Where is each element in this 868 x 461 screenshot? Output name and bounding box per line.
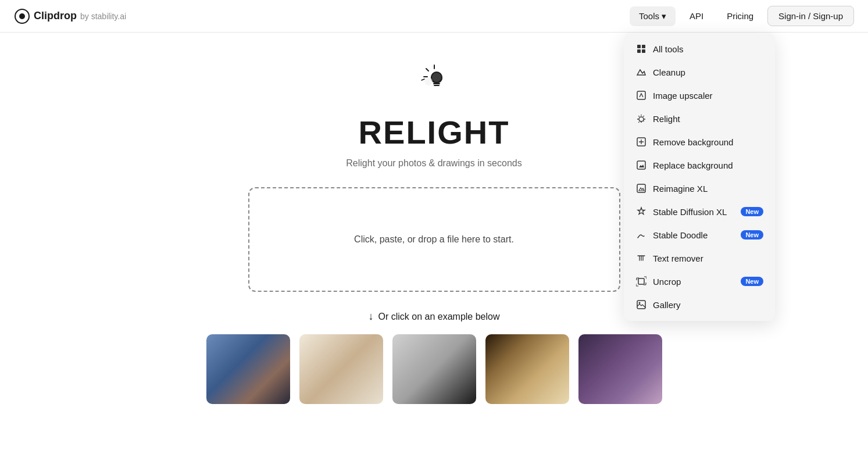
cleanup-icon xyxy=(635,66,647,78)
dropdown-item-gallery[interactable]: Gallery xyxy=(624,293,775,316)
image-upscaler-icon xyxy=(635,90,647,101)
dropdown-item-replace-background[interactable]: Replace background xyxy=(624,153,775,177)
gallery-label: Gallery xyxy=(653,300,763,310)
svg-point-1 xyxy=(19,13,25,19)
reimagine-xl-label: Reimagine XL xyxy=(653,184,763,194)
navbar: Clipdrop by stability.ai Tools ▾ API Pri… xyxy=(0,0,868,33)
reimagine-xl-icon xyxy=(635,183,647,194)
page-title: RELIGHT xyxy=(359,113,510,151)
relight-label: Relight xyxy=(653,114,763,124)
stable-doodle-badge: New xyxy=(741,230,763,240)
dropdown-item-reimagine-xl[interactable]: Reimagine XL xyxy=(624,177,775,200)
dropdown-item-stable-diffusion-xl[interactable]: Stable Diffusion XL New xyxy=(624,200,775,223)
dropdown-item-cleanup[interactable]: Cleanup xyxy=(624,60,775,84)
stable-diffusion-xl-label: Stable Diffusion XL xyxy=(653,207,735,217)
chevron-down-icon: ▾ xyxy=(662,11,666,22)
pricing-button[interactable]: Pricing xyxy=(717,6,763,26)
svg-point-7 xyxy=(639,117,644,121)
svg-rect-9 xyxy=(637,161,645,169)
pricing-label: Pricing xyxy=(727,11,753,21)
logo-sub: by stability.ai xyxy=(80,12,126,21)
api-button[interactable]: API xyxy=(680,6,713,26)
tools-dropdown: All tools Cleanup Image upscaler Relight… xyxy=(624,33,775,321)
hero-icon xyxy=(416,60,453,104)
replace-background-label: Replace background xyxy=(653,160,763,170)
example-thumb-3[interactable] xyxy=(392,334,476,404)
gallery-icon xyxy=(635,299,647,310)
uncrop-badge: New xyxy=(741,277,763,286)
svg-rect-3 xyxy=(642,45,645,48)
logo[interactable]: Clipdrop by stability.ai xyxy=(14,8,126,24)
remove-background-label: Remove background xyxy=(653,137,763,147)
uncrop-label: Uncrop xyxy=(653,277,735,287)
stable-diffusion-icon xyxy=(635,206,647,217)
dropdown-item-text-remover[interactable]: Text remover xyxy=(624,246,775,270)
api-label: API xyxy=(690,11,703,21)
cleanup-label: Cleanup xyxy=(653,67,763,77)
example-label: ↓ Or click on an example below xyxy=(369,310,500,323)
upload-prompt: Click, paste, or drop a file here to sta… xyxy=(354,234,514,245)
logo-icon xyxy=(14,8,30,24)
dropdown-item-uncrop[interactable]: Uncrop New xyxy=(624,270,775,293)
svg-rect-11 xyxy=(638,278,644,284)
text-remover-label: Text remover xyxy=(653,253,763,263)
remove-background-icon xyxy=(635,136,647,148)
dropdown-item-remove-background[interactable]: Remove background xyxy=(624,130,775,153)
svg-rect-2 xyxy=(637,45,641,48)
tools-button[interactable]: Tools ▾ xyxy=(630,6,676,26)
dropdown-item-relight[interactable]: Relight xyxy=(624,107,775,130)
dropdown-item-stable-doodle[interactable]: Stable Doodle New xyxy=(624,223,775,246)
example-thumb-2[interactable] xyxy=(299,334,383,404)
dropdown-item-all-tools[interactable]: All tools xyxy=(624,37,775,60)
nav-links: Tools ▾ API Pricing Sign-in / Sign-up xyxy=(630,6,854,26)
arrow-down-icon: ↓ xyxy=(369,310,374,323)
svg-point-13 xyxy=(639,302,641,304)
examples-row xyxy=(206,334,662,404)
dropdown-item-image-upscaler[interactable]: Image upscaler xyxy=(624,84,775,107)
example-thumb-5[interactable] xyxy=(578,334,662,404)
tools-label: Tools xyxy=(639,11,659,21)
relight-icon xyxy=(635,113,647,124)
page-subtitle: Relight your photos & drawings in second… xyxy=(346,158,521,169)
svg-rect-5 xyxy=(642,49,645,53)
svg-rect-12 xyxy=(637,301,645,309)
stable-doodle-icon xyxy=(635,229,647,241)
replace-background-icon xyxy=(635,159,647,171)
text-remover-icon xyxy=(635,252,647,264)
svg-point-16 xyxy=(424,77,433,85)
signin-label: Sign-in / Sign-up xyxy=(778,11,843,21)
upload-area[interactable]: Click, paste, or drop a file here to sta… xyxy=(248,187,620,292)
stable-diffusion-xl-badge: New xyxy=(741,207,763,216)
all-tools-icon xyxy=(635,43,647,55)
stable-doodle-label: Stable Doodle xyxy=(653,230,735,240)
svg-rect-6 xyxy=(637,91,645,99)
examples-label-text: Or click on an example below xyxy=(378,312,500,322)
all-tools-label: All tools xyxy=(653,44,763,54)
logo-text: Clipdrop xyxy=(34,10,77,22)
uncrop-icon xyxy=(635,276,647,287)
example-thumb-1[interactable] xyxy=(206,334,290,404)
signin-button[interactable]: Sign-in / Sign-up xyxy=(767,6,854,26)
example-thumb-4[interactable] xyxy=(485,334,569,404)
image-upscaler-label: Image upscaler xyxy=(653,91,763,101)
svg-rect-4 xyxy=(637,49,641,53)
